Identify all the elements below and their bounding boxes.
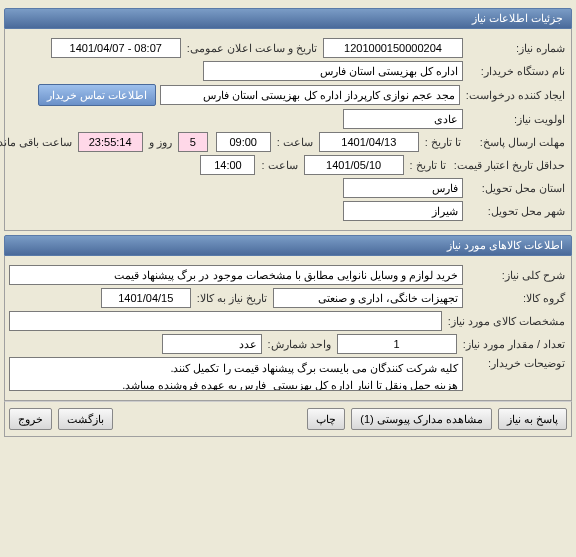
spec-label: مشخصات کالای مورد نیاز:	[446, 315, 567, 328]
announce-label: تاریخ و ساعت اعلان عمومی:	[185, 42, 319, 55]
province-field	[343, 178, 463, 198]
qty-label: تعداد / مقدار مورد نیاز:	[461, 338, 567, 351]
exit-button[interactable]: خروج	[9, 408, 52, 430]
spec-field	[9, 311, 442, 331]
buyer-field	[203, 61, 463, 81]
priority-label: اولویت نیاز:	[467, 113, 567, 126]
buyer-note-field	[9, 357, 463, 391]
respond-button[interactable]: پاسخ به نیاز	[498, 408, 567, 430]
need-details-body: شماره نیاز: تاریخ و ساعت اعلان عمومی: نا…	[4, 29, 572, 231]
need-number-field	[323, 38, 463, 58]
city-label: شهر محل تحویل:	[467, 205, 567, 218]
need-number-label: شماره نیاز:	[467, 42, 567, 55]
requester-field	[160, 85, 460, 105]
qty-field	[337, 334, 457, 354]
need-date-label: تاریخ نیاز به کالا:	[195, 292, 269, 305]
city-field	[343, 201, 463, 221]
need-details-header: جزئیات اطلاعات نیاز	[4, 8, 572, 29]
requester-label: ایجاد کننده درخواست:	[464, 89, 567, 102]
remain-text: ساعت باقی مانده	[0, 136, 74, 149]
goods-info-header: اطلاعات کالاهای مورد نیاز	[4, 235, 572, 256]
buyer-note-label: توضیحات خریدار:	[467, 357, 567, 370]
goods-info-body: شرح کلی نیاز: گروه کالا: تاریخ نیاز به ک…	[4, 256, 572, 401]
validity-label: حداقل تاریخ اعتبار قیمت:	[452, 159, 567, 172]
group-field	[273, 288, 463, 308]
buyer-contact-button[interactable]: اطلاعات تماس خریدار	[38, 84, 156, 106]
to-date-label-1: تا تاریخ :	[423, 136, 463, 149]
validity-date-field	[304, 155, 404, 175]
buyer-label: نام دستگاه خریدار:	[467, 65, 567, 78]
deadline-time-field	[216, 132, 271, 152]
back-button[interactable]: بازگشت	[58, 408, 113, 430]
to-date-label-2: تا تاریخ :	[408, 159, 448, 172]
priority-field	[343, 109, 463, 129]
announce-field	[51, 38, 181, 58]
province-label: استان محل تحویل:	[467, 182, 567, 195]
days-text: روز و	[147, 136, 174, 149]
time-label-2: ساعت :	[259, 159, 299, 172]
validity-time-field	[200, 155, 255, 175]
time-label-1: ساعت :	[275, 136, 315, 149]
time-left-field	[78, 132, 143, 152]
days-left-field	[178, 132, 208, 152]
need-date-field	[101, 288, 191, 308]
action-bar: پاسخ به نیاز مشاهده مدارک پیوستی (1) چاپ…	[4, 401, 572, 437]
unit-label: واحد شمارش:	[266, 338, 333, 351]
desc-label: شرح کلی نیاز:	[467, 269, 567, 282]
group-label: گروه کالا:	[467, 292, 567, 305]
unit-field	[162, 334, 262, 354]
print-button[interactable]: چاپ	[307, 408, 345, 430]
attachments-button[interactable]: مشاهده مدارک پیوستی (1)	[351, 408, 492, 430]
deadline-label: مهلت ارسال پاسخ:	[467, 136, 567, 149]
desc-field	[9, 265, 463, 285]
deadline-date-field	[319, 132, 419, 152]
